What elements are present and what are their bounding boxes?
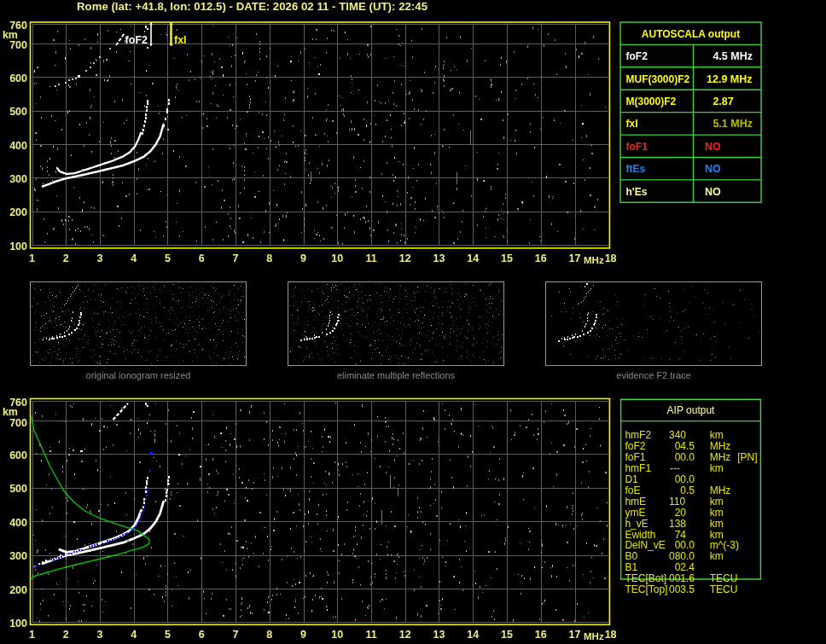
svg-text:3: 3	[97, 629, 103, 641]
svg-text:TECU: TECU	[710, 572, 738, 584]
svg-text:10: 10	[331, 252, 343, 264]
svg-text:MUF(3000)F2: MUF(3000)F2	[626, 73, 690, 85]
svg-text:7: 7	[233, 252, 239, 264]
svg-text:15: 15	[501, 252, 513, 264]
svg-text:100: 100	[9, 618, 27, 629]
svg-text:h'Es: h'Es	[626, 186, 648, 198]
svg-text:20: 20	[675, 507, 687, 519]
svg-text:km: km	[710, 496, 724, 508]
svg-text:km: km	[710, 529, 724, 541]
svg-text:MHz: MHz	[584, 255, 604, 265]
svg-text:1: 1	[29, 629, 35, 641]
svg-text:4: 4	[131, 252, 137, 264]
svg-text:km: km	[710, 507, 724, 519]
svg-text:14: 14	[467, 629, 479, 641]
svg-text:foF2: foF2	[625, 440, 645, 452]
svg-text:12: 12	[399, 252, 411, 264]
svg-text:km: km	[710, 429, 724, 441]
svg-text:00.0: 00.0	[675, 473, 695, 485]
svg-text:17: 17	[569, 252, 581, 264]
svg-text:km: km	[3, 29, 18, 41]
svg-text:2.87: 2.87	[713, 96, 733, 107]
svg-text:km: km	[710, 518, 724, 530]
svg-text:1: 1	[29, 252, 35, 264]
svg-text:MHz: MHz	[584, 631, 604, 641]
svg-text:080.0: 080.0	[669, 550, 695, 562]
svg-text:4: 4	[131, 629, 137, 641]
svg-text:02.4: 02.4	[675, 561, 695, 573]
svg-text:0.5: 0.5	[680, 484, 695, 496]
svg-text:7: 7	[233, 629, 239, 641]
svg-text:00.0: 00.0	[675, 451, 695, 463]
svg-text:16: 16	[535, 629, 547, 641]
svg-text:B1: B1	[625, 561, 637, 573]
svg-text:110: 110	[669, 496, 685, 508]
svg-text:00.0: 00.0	[675, 539, 695, 551]
svg-text:fxI: fxI	[626, 118, 638, 130]
svg-text:ymE: ymE	[625, 507, 645, 519]
svg-text:500: 500	[9, 106, 27, 118]
svg-text:74: 74	[675, 529, 687, 541]
svg-text:km: km	[710, 550, 724, 562]
svg-text:2: 2	[63, 629, 69, 641]
svg-text:6: 6	[199, 629, 205, 641]
svg-text:13: 13	[433, 252, 445, 264]
svg-text:foE: foE	[625, 484, 640, 496]
svg-text:eliminate multiple reflections: eliminate multiple reflections	[337, 370, 456, 380]
svg-text:10: 10	[331, 629, 343, 641]
svg-text:200: 200	[9, 206, 27, 218]
svg-text:MHz: MHz	[710, 440, 731, 452]
svg-text:h_vE: h_vE	[625, 518, 648, 530]
svg-text:340: 340	[669, 429, 686, 441]
svg-text:9: 9	[300, 252, 306, 264]
svg-text:300: 300	[9, 173, 27, 185]
svg-text:original ionogram resized: original ionogram resized	[86, 370, 191, 380]
svg-text:D1: D1	[625, 473, 638, 485]
svg-text:5: 5	[165, 252, 171, 264]
svg-text:18: 18	[605, 629, 617, 641]
svg-text:ftEs: ftEs	[626, 163, 646, 175]
svg-text:001.6: 001.6	[669, 572, 695, 584]
svg-text:foF1: foF1	[625, 451, 645, 463]
svg-text:km: km	[3, 406, 18, 418]
svg-text:8: 8	[266, 629, 272, 641]
svg-text:5.1 MHz: 5.1 MHz	[713, 118, 753, 130]
svg-text:AUTOSCALA output: AUTOSCALA output	[642, 28, 740, 40]
svg-text:TEC[Bot]: TEC[Bot]	[625, 572, 666, 584]
svg-text:NO: NO	[705, 186, 721, 198]
svg-text:Ewidth: Ewidth	[625, 529, 655, 541]
svg-text:138: 138	[669, 518, 686, 530]
svg-text:Rome (lat: +41.8, lon: 012.5): Rome (lat: +41.8, lon: 012.5) - DATE: 20…	[77, 0, 428, 13]
svg-text:600: 600	[9, 73, 27, 84]
svg-text:16: 16	[535, 252, 547, 264]
svg-text:foF1: foF1	[626, 141, 649, 153]
svg-text:MHz: MHz	[710, 451, 731, 463]
svg-text:---: ---	[670, 462, 680, 474]
svg-text:foF2: foF2	[125, 34, 148, 46]
svg-text:100: 100	[9, 241, 27, 252]
svg-text:[PN]: [PN]	[737, 451, 757, 463]
svg-text:B0: B0	[625, 550, 637, 562]
svg-text:km: km	[710, 462, 724, 474]
svg-text:TECU: TECU	[710, 583, 738, 595]
svg-text:18: 18	[605, 252, 617, 264]
svg-text:500: 500	[9, 483, 27, 495]
svg-text:11: 11	[365, 252, 376, 264]
svg-text:700: 700	[9, 39, 27, 51]
svg-text:17: 17	[569, 629, 581, 641]
svg-text:13: 13	[433, 629, 445, 641]
svg-text:200: 200	[9, 584, 27, 596]
svg-text:700: 700	[9, 417, 27, 429]
svg-text:6: 6	[199, 252, 205, 264]
svg-text:evidence F2 trace: evidence F2 trace	[616, 370, 690, 380]
svg-text:3: 3	[97, 252, 103, 264]
svg-text:4.5 MHz: 4.5 MHz	[713, 50, 753, 62]
svg-text:m^(-3): m^(-3)	[710, 539, 739, 551]
svg-text:foF2: foF2	[626, 50, 649, 62]
svg-text:04.5: 04.5	[675, 440, 695, 452]
svg-text:TEC[Top]: TEC[Top]	[625, 583, 667, 595]
svg-text:M(3000)F2: M(3000)F2	[626, 96, 677, 107]
svg-text:600: 600	[9, 450, 27, 461]
svg-text:MHz: MHz	[710, 484, 731, 496]
svg-text:9: 9	[300, 629, 306, 641]
